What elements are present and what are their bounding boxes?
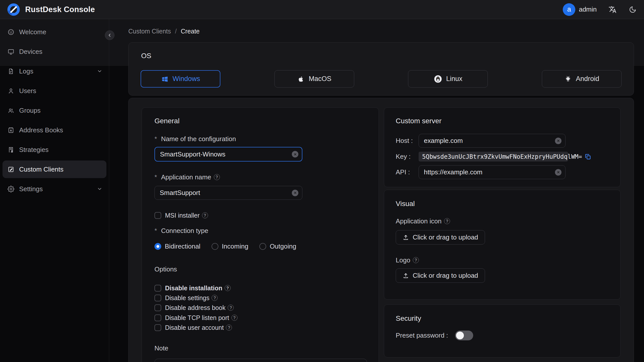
radio-icon <box>259 243 266 250</box>
sidebar-item-strategies[interactable]: Strategies <box>3 141 106 158</box>
dark-mode-icon[interactable] <box>628 5 637 14</box>
sidebar-item-label: Logs <box>19 67 33 75</box>
option-disable-user-account: Disable user account ? <box>154 324 232 331</box>
language-icon[interactable] <box>608 5 617 14</box>
sidebar-item-settings[interactable]: Settings <box>3 180 106 198</box>
edit-square-icon <box>8 166 14 173</box>
sidebar-item-devices[interactable]: Devices <box>3 43 106 60</box>
radio-incoming[interactable]: Incoming <box>212 243 249 250</box>
help-icon[interactable]: ? <box>228 305 234 311</box>
sidebar-item-label: Custom Clients <box>19 166 63 173</box>
help-icon[interactable]: ? <box>225 285 231 291</box>
sidebar-item-users[interactable]: Users <box>3 82 106 100</box>
required-mark: * <box>154 135 157 143</box>
security-title: Security <box>396 314 421 323</box>
connection-type-options: Bidirectional Incoming Outgoing <box>154 243 296 250</box>
preset-password-toggle[interactable] <box>455 331 473 340</box>
option-disable-tcp-listen-port: Disable TCP listen port ? <box>154 314 237 321</box>
os-button-linux[interactable]: Linux <box>408 70 488 88</box>
os-button-label: Windows <box>173 75 200 83</box>
user-menu[interactable]: a admin <box>563 3 597 16</box>
config-name-field <box>154 147 302 162</box>
toggle-knob <box>456 332 464 339</box>
connection-type-label: * Connection type <box>154 226 208 235</box>
option-disable-address-book: Disable address book ? <box>154 304 234 311</box>
radio-icon <box>212 243 218 250</box>
breadcrumb-parent[interactable]: Custom Clients <box>128 28 171 35</box>
general-title: General <box>154 116 180 126</box>
application-name-input[interactable] <box>154 186 302 200</box>
sidebar-item-label: Strategies <box>19 146 49 154</box>
key-value-chip: 5Qbwsde3unUcJBtrx9ZkvUmwFNoExHzpryHuPUdq… <box>419 152 568 162</box>
note-textarea[interactable] <box>154 359 367 362</box>
sidebar-item-label: Devices <box>19 48 42 56</box>
api-label: API : <box>396 168 410 176</box>
key-label: Key : <box>396 152 411 161</box>
custom-server-section: Custom server Host : Key : 5Qbwsde3unUcJ… <box>384 107 621 187</box>
upload-button-label: Click or drag to upload <box>413 233 478 241</box>
help-icon[interactable]: ? <box>212 295 218 301</box>
os-button-windows[interactable]: Windows <box>141 70 220 88</box>
help-icon[interactable]: ? <box>214 174 220 180</box>
option-label: Disable settings ? <box>165 294 218 302</box>
disable-tcp-listen-port-checkbox[interactable] <box>154 314 161 321</box>
os-button-label: Linux <box>446 75 463 83</box>
options-title: Options <box>154 265 177 273</box>
api-input[interactable] <box>419 165 566 179</box>
username: admin <box>579 6 597 13</box>
help-icon[interactable]: ? <box>202 212 208 218</box>
upload-icon <box>403 272 409 279</box>
sidebar-collapse-button[interactable] <box>105 30 114 40</box>
config-name-input[interactable] <box>154 147 302 162</box>
logo-label: Logo ? <box>396 256 419 264</box>
msi-installer-checkbox[interactable] <box>154 212 161 219</box>
disable-installation-checkbox[interactable] <box>154 285 161 292</box>
android-icon <box>564 75 572 83</box>
application-name-field <box>154 186 302 200</box>
create-client-card: General * Name of the configuration * Ap… <box>128 98 634 362</box>
disable-address-book-checkbox[interactable] <box>154 304 161 311</box>
clear-input-icon[interactable] <box>292 190 298 196</box>
help-icon[interactable]: ? <box>231 315 237 321</box>
disable-user-account-checkbox[interactable] <box>154 324 161 331</box>
visual-title: Visual <box>396 199 415 209</box>
host-input[interactable] <box>419 134 566 148</box>
option-label: Disable TCP listen port ? <box>165 314 237 321</box>
breadcrumb-current: Create <box>181 28 199 35</box>
avatar[interactable]: a <box>563 3 575 16</box>
help-icon[interactable]: ? <box>413 257 419 263</box>
clear-input-icon[interactable] <box>555 138 561 144</box>
sidebar-item-label: Groups <box>19 107 41 114</box>
os-button-label: Android <box>576 75 599 83</box>
smile-icon <box>8 29 14 35</box>
sidebar-item-address-books[interactable]: Address Books <box>3 121 106 139</box>
clear-input-icon[interactable] <box>292 151 298 157</box>
main-content: Custom Clients / Create OS Windows <box>109 19 644 362</box>
sidebar-item-welcome[interactable]: Welcome <box>3 23 106 41</box>
copy-icon[interactable] <box>585 153 591 160</box>
sidebar-item-label: Address Books <box>19 126 63 134</box>
visual-section: Visual Application icon ? Click or drag … <box>384 190 621 300</box>
radio-bidirectional[interactable]: Bidirectional <box>154 243 200 250</box>
sidebar-item-custom-clients[interactable]: Custom Clients <box>3 160 106 178</box>
disable-settings-checkbox[interactable] <box>154 295 161 301</box>
logo-upload-button[interactable]: Click or drag to upload <box>396 268 485 283</box>
topbar: RustDesk Console a admin <box>0 0 644 19</box>
sidebar-item-logs[interactable]: Logs <box>3 62 106 80</box>
os-button-android[interactable]: Android <box>542 70 622 88</box>
key-value: 5Qbwsde3unUcJBtrx9ZkvUmwFNoExHzpryHuPUdq… <box>422 153 582 160</box>
msi-installer-label: MSI installer ? <box>165 212 208 219</box>
radio-outgoing[interactable]: Outgoing <box>259 243 296 250</box>
radio-icon <box>154 243 161 250</box>
upload-icon <box>403 234 409 241</box>
help-icon[interactable]: ? <box>226 325 232 331</box>
note-label: Note <box>154 344 168 352</box>
os-button-macos[interactable]: MacOS <box>274 70 354 88</box>
help-icon[interactable]: ? <box>444 218 450 224</box>
monitor-icon <box>8 48 14 55</box>
application-icon-upload-button[interactable]: Click or drag to upload <box>396 230 485 245</box>
clear-input-icon[interactable] <box>555 169 561 176</box>
option-label: Disable installation ? <box>165 285 231 292</box>
sidebar-item-groups[interactable]: Groups <box>3 102 106 119</box>
sidebar-item-label: Welcome <box>19 28 46 36</box>
